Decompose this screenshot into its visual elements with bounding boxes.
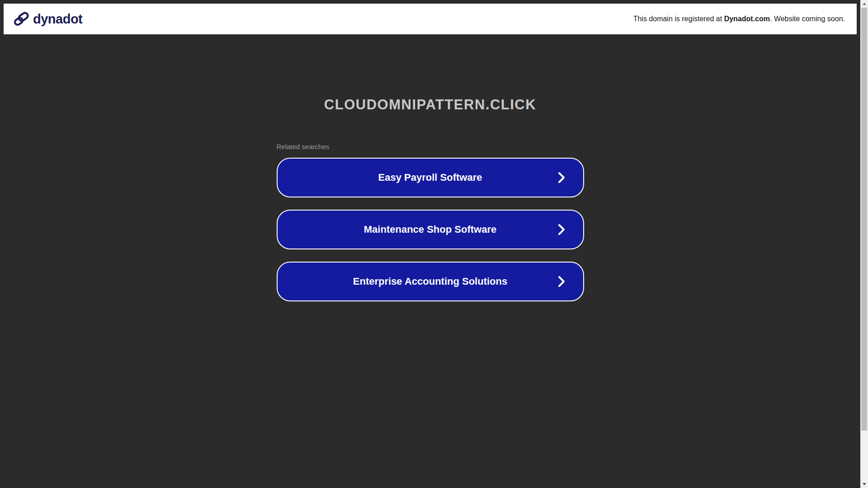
- notice-suffix: . Website coming soon.: [770, 15, 845, 23]
- related-search-button-enterprise-accounting[interactable]: Enterprise Accounting Solutions: [277, 262, 584, 301]
- scrollbar-up-button[interactable]: [860, 0, 868, 8]
- header-bar: dynadot This domain is registered at Dyn…: [4, 4, 857, 34]
- chevron-right-icon: [557, 275, 566, 288]
- notice-prefix: This domain is registered at: [633, 15, 724, 23]
- parked-domain-page: dynadot This domain is registered at Dyn…: [0, 0, 860, 488]
- registration-notice: This domain is registered at Dynadot.com…: [633, 15, 845, 23]
- related-search-button-maintenance-shop[interactable]: Maintenance Shop Software: [277, 210, 584, 249]
- dynadot-logo[interactable]: dynadot: [14, 11, 82, 27]
- chevron-right-icon: [557, 171, 566, 184]
- logo-wordmark: dynadot: [33, 12, 82, 27]
- notice-brand: Dynadot.com: [724, 15, 770, 23]
- related-search-label: Maintenance Shop Software: [364, 224, 496, 235]
- scrollbar-thumb[interactable]: [861, 8, 867, 431]
- scrollbar[interactable]: [860, 0, 868, 488]
- main-content: CLOUDOMNIPATTERN.CLICK Related searches …: [277, 97, 584, 301]
- related-search-label: Easy Payroll Software: [378, 172, 482, 183]
- triangle-up-icon: [863, 3, 866, 5]
- related-searches-label: Related searches: [277, 143, 584, 150]
- chevron-right-icon: [557, 223, 566, 236]
- triangle-down-icon: [863, 483, 866, 485]
- scrollbar-down-button[interactable]: [860, 480, 868, 488]
- chain-link-icon: [14, 11, 29, 27]
- related-search-button-easy-payroll[interactable]: Easy Payroll Software: [277, 158, 584, 197]
- related-search-label: Enterprise Accounting Solutions: [353, 276, 507, 287]
- domain-title: CLOUDOMNIPATTERN.CLICK: [277, 97, 584, 113]
